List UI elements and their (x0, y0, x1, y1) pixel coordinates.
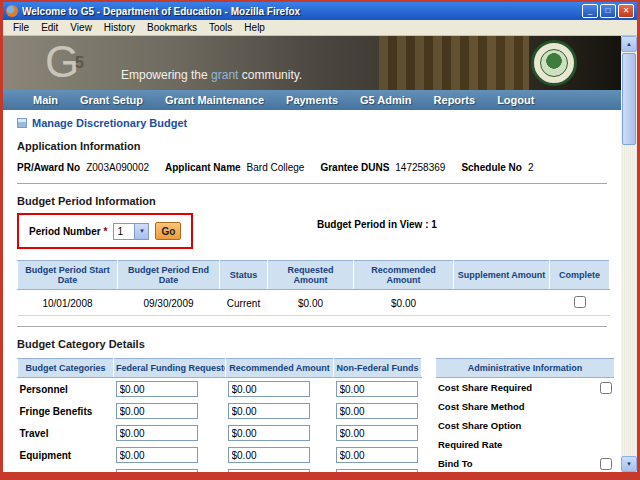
travel-nonfederal-input[interactable] (336, 425, 418, 441)
nav-main[interactable]: Main (33, 94, 58, 106)
nav-grant-setup[interactable]: Grant Setup (80, 94, 143, 106)
fringe-nonfederal-input[interactable] (336, 403, 418, 419)
personnel-recommended-input[interactable] (228, 381, 310, 397)
equipment-nonfederal-input[interactable] (336, 447, 418, 463)
application-information-fields: PR/Award No Z003A090002 Applicant Name B… (17, 162, 607, 173)
window-titlebar: Welcome to G5 - Department of Education … (3, 2, 637, 20)
category-label: Travel (18, 422, 114, 444)
nav-grant-maintenance[interactable]: Grant Maintenance (165, 94, 264, 106)
menu-history[interactable]: History (98, 22, 141, 33)
maximize-button[interactable]: □ (600, 4, 616, 18)
tagline-highlight: grant (211, 68, 238, 82)
cost-share-required-checkbox[interactable] (600, 382, 612, 394)
schedule-no-value: 2 (528, 162, 534, 173)
scroll-up-icon[interactable]: ▲ (621, 36, 637, 52)
chevron-down-icon: ▼ (134, 224, 148, 239)
page-area: G 5 Empowering the grant community. Main… (3, 36, 621, 472)
fringe-recommended-input[interactable] (228, 403, 310, 419)
fringe-federal-input[interactable] (116, 403, 198, 419)
complete-checkbox[interactable] (574, 296, 586, 308)
administrative-information-panel: Administrative Information Cost Share Re… (436, 358, 614, 472)
pr-award-no-value: Z003A090002 (86, 162, 149, 173)
pr-award-no-label: PR/Award No (17, 162, 80, 173)
cost-share-method-label: Cost Share Method (438, 401, 525, 412)
close-button[interactable]: ✕ (618, 4, 634, 18)
col-requested-amount: Requested Amount (268, 261, 354, 290)
budget-period-row: 10/01/2008 09/30/2009 Current $0.00 $0.0… (18, 290, 610, 316)
menu-file[interactable]: File (7, 22, 35, 33)
cost-share-option-label: Cost Share Option (438, 420, 521, 431)
section-divider (17, 326, 607, 327)
menu-tools[interactable]: Tools (203, 22, 238, 33)
admin-row-cost-share-required: Cost Share Required (436, 378, 614, 397)
scroll-down-icon[interactable]: ▼ (621, 456, 637, 472)
page-content: Manage Discretionary Budget Application … (3, 110, 621, 472)
col-status: Status (220, 261, 268, 290)
equipment-recommended-input[interactable] (228, 447, 310, 463)
vertical-scrollbar[interactable]: ▲ ▼ (621, 36, 637, 472)
g5-banner: G 5 Empowering the grant community. (3, 36, 621, 90)
travel-recommended-input[interactable] (228, 425, 310, 441)
category-row-supplies: Supplies (18, 466, 422, 472)
nav-reports[interactable]: Reports (434, 94, 476, 106)
col-budget-period-end-date: Budget Period End Date (118, 261, 220, 290)
nav-payments[interactable]: Payments (286, 94, 338, 106)
col-budget-categories: Budget Categories (18, 359, 114, 378)
col-recommended-amount: Recommended Amount (226, 359, 334, 378)
seal-tree-icon (540, 49, 568, 77)
category-row-personnel: Personnel (18, 378, 422, 401)
schedule-no-label: Schedule No (461, 162, 522, 173)
category-row-equipment: Equipment (18, 444, 422, 466)
equipment-federal-input[interactable] (116, 447, 198, 463)
col-budget-period-start-date: Budget Period Start Date (18, 261, 118, 290)
admin-row-bind-to: Bind To (436, 454, 614, 472)
supplement-amount-cell (454, 290, 550, 316)
budget-category-table: Budget Categories Federal Funding Reques… (17, 358, 422, 472)
banner-tagline: Empowering the grant community. (121, 68, 302, 82)
bind-to-label: Bind To (438, 458, 473, 469)
end-date-cell: 09/30/2009 (118, 290, 220, 316)
department-of-education-seal (531, 40, 577, 86)
tagline-pre: Empowering the (121, 68, 211, 82)
window-title: Welcome to G5 - Department of Education … (22, 6, 582, 17)
period-number-select[interactable]: 1 ▼ (113, 223, 149, 240)
grantee-duns-value: 147258369 (395, 162, 445, 173)
complete-cell (550, 290, 610, 316)
nav-logout[interactable]: Logout (497, 94, 534, 106)
personnel-nonfederal-input[interactable] (336, 381, 418, 397)
scrollbar-thumb[interactable] (622, 53, 636, 145)
menu-edit[interactable]: Edit (35, 22, 64, 33)
category-label: Fringe Benefits (18, 400, 114, 422)
go-button[interactable]: Go (155, 222, 181, 240)
required-asterisk: * (103, 226, 107, 237)
firefox-icon (6, 5, 18, 17)
col-federal-funding-requested: Federal Funding Requested (114, 359, 226, 378)
menu-help[interactable]: Help (238, 22, 271, 33)
col-supplement-amount: Supplement Amount (454, 261, 550, 290)
status-cell: Current (220, 290, 268, 316)
budget-period-table: Budget Period Start Date Budget Period E… (17, 260, 610, 316)
supplies-recommended-input[interactable] (228, 469, 310, 472)
g5-logo-five: 5 (75, 54, 84, 72)
browser-window: Welcome to G5 - Department of Education … (0, 0, 640, 480)
menu-bookmarks[interactable]: Bookmarks (141, 22, 203, 33)
section-divider (17, 183, 607, 184)
travel-federal-input[interactable] (116, 425, 198, 441)
period-number-label-text: Period Number (29, 226, 101, 237)
supplies-federal-input[interactable] (116, 469, 198, 472)
tagline-post: community. (238, 68, 302, 82)
recommended-amount-cell: $0.00 (354, 290, 454, 316)
banner-columns-image (379, 36, 529, 90)
requested-amount-cell: $0.00 (268, 290, 354, 316)
main-navigation: Main Grant Setup Grant Maintenance Payme… (3, 90, 621, 110)
minimize-button[interactable]: _ (582, 4, 598, 18)
bind-to-checkbox[interactable] (600, 458, 612, 470)
col-complete: Complete (550, 261, 610, 290)
menu-view[interactable]: View (64, 22, 98, 33)
grantee-duns-label: Grantee DUNS (320, 162, 389, 173)
personnel-federal-input[interactable] (116, 381, 198, 397)
annotation-highlight-box: Period Number * 1 ▼ Go (17, 213, 193, 249)
category-label: Supplies (18, 466, 114, 472)
supplies-nonfederal-input[interactable] (336, 469, 418, 472)
nav-g5-admin[interactable]: G5 Admin (360, 94, 412, 106)
